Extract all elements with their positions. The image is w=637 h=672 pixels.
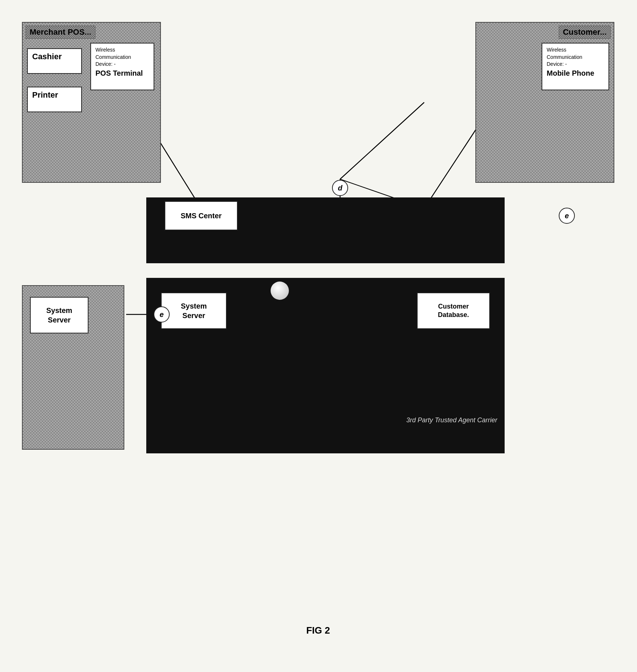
system-server-left-label: SystemServer xyxy=(46,306,72,325)
mobile-wireless-line1: Wireless xyxy=(547,47,566,53)
circle-e-left-label: e xyxy=(154,306,170,322)
pos-terminal-label: POS Terminal xyxy=(95,69,143,77)
cashier-label: Cashier xyxy=(32,52,62,61)
third-party-label: 3rd Party Trusted Agent Carrier xyxy=(406,416,497,424)
circle-d-label: d xyxy=(332,180,348,196)
pos-terminal-box: Wireless Communication Device: - POS Ter… xyxy=(90,43,154,90)
cashier-box: Cashier xyxy=(27,48,82,74)
mobile-phone-box: Wireless Communication Device: - Mobile … xyxy=(542,43,609,90)
customer-database-box: CustomerDatabase. xyxy=(417,292,490,329)
merchant-pos-area: Merchant POS... Cashier Printer Wireless… xyxy=(22,22,161,183)
customer-title: Customer... xyxy=(559,26,611,39)
circle-e-right-label: e xyxy=(559,208,575,224)
mobile-wireless-line2: Communication xyxy=(547,54,582,60)
mobile-phone-label: Mobile Phone xyxy=(547,69,594,77)
figure-caption: FIG 2 xyxy=(306,625,330,636)
system-server-main-box: SystemServer xyxy=(161,292,227,329)
wireless-comm-line1: Wireless xyxy=(95,47,115,53)
decorative-circle xyxy=(271,282,289,300)
sms-center-label: SMS Center xyxy=(181,212,222,220)
sms-area: SMS Center xyxy=(146,197,505,263)
customer-area: Customer... Wireless Communication Devic… xyxy=(475,22,614,183)
merchant-pos-title: Merchant POS... xyxy=(26,26,95,39)
svg-line-9 xyxy=(340,102,424,179)
system-server-left-area: SystemServer xyxy=(22,285,124,450)
third-party-area: SystemServer CustomerDatabase. 3rd Party… xyxy=(146,278,505,453)
sms-center-box: SMS Center xyxy=(165,201,238,230)
customer-database-label: CustomerDatabase. xyxy=(438,302,469,320)
printer-label: Printer xyxy=(32,90,58,99)
wireless-comm-line2: Communication xyxy=(95,54,131,60)
system-server-left-box: SystemServer xyxy=(30,297,88,333)
wireless-comm-line3: Device: - xyxy=(95,61,116,67)
printer-box: Printer xyxy=(27,87,82,112)
system-server-main-label: SystemServer xyxy=(181,301,207,320)
mobile-wireless-line3: Device: - xyxy=(547,61,567,67)
